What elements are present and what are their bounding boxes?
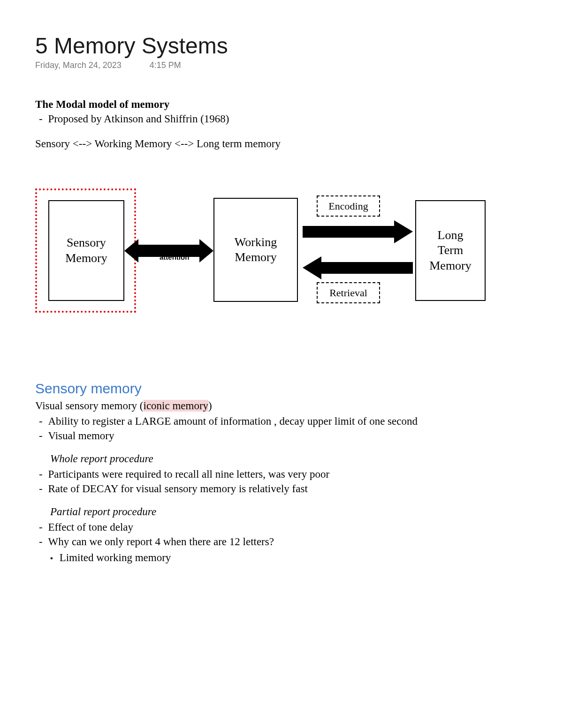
modal-heading: The Modal model of memory <box>35 98 528 111</box>
partial-report-bullets: Effect of tone delay Why can we only rep… <box>50 520 528 549</box>
sensory-bullets: Ability to register a LARGE amount of in… <box>50 414 528 443</box>
sensory-memory-heading: Sensory memory <box>35 381 528 397</box>
encoding-box: Encoding <box>317 195 380 217</box>
sensory-bullet-1: Ability to register a LARGE amount of in… <box>50 414 528 428</box>
date-text: Friday, March 24, 2023 <box>35 60 122 70</box>
partial-report-sub-bullet-1: Limited working memory <box>63 550 528 565</box>
retrieval-label: Retrieval <box>329 287 367 299</box>
sensory-memory-box: Sensory Memory <box>48 200 124 301</box>
time-text: 4:15 PM <box>150 60 181 70</box>
sensory-bullet-2: Visual memory <box>50 428 528 443</box>
partial-report-heading: Partial report procedure <box>50 504 528 519</box>
attention-label: attention <box>160 253 189 261</box>
whole-report-bullets: Participants were required to recall all… <box>50 467 528 496</box>
long-term-memory-box: Long Term Memory <box>415 200 486 301</box>
sensory-memory-label: Sensory Memory <box>65 235 107 266</box>
working-memory-label: Working Memory <box>235 235 277 265</box>
modal-proposed-item: Proposed by Atkinson and Shiffrin (1968) <box>50 112 528 126</box>
whole-report-heading: Whole report procedure <box>50 451 528 466</box>
partial-report-sub-bullets: Limited working memory <box>63 550 528 565</box>
partial-report-bullet-2: Why can we only report 4 when there are … <box>50 534 528 549</box>
whole-report-bullet-1: Participants were required to recall all… <box>50 467 528 481</box>
double-arrow-icon <box>124 234 213 267</box>
retrieval-box: Retrieval <box>317 282 380 303</box>
encoding-label: Encoding <box>328 200 368 212</box>
page-meta: Friday, March 24, 2023 4:15 PM <box>35 60 528 70</box>
page-title: 5 Memory Systems <box>35 33 528 59</box>
flow-line-text: Sensory <--> Working Memory <--> Long te… <box>35 136 528 151</box>
svg-marker-2 <box>303 256 413 279</box>
partial-report-bullet-1: Effect of tone delay <box>50 520 528 534</box>
whole-report-bullet-2: Rate of DECAY for visual sensory memory … <box>50 481 528 496</box>
svg-marker-1 <box>303 220 413 243</box>
memory-diagram: Sensory Memory Working Memory Long Term … <box>35 184 504 338</box>
document-page: 5 Memory Systems Friday, March 24, 2023 … <box>0 0 563 581</box>
visual-sensory-prefix: Visual sensory memory ( <box>35 400 144 412</box>
modal-proposed-list: Proposed by Atkinson and Shiffrin (1968) <box>50 112 528 126</box>
encoding-arrow-icon <box>303 219 413 245</box>
working-memory-box: Working Memory <box>213 198 298 302</box>
retrieval-arrow-icon <box>303 255 413 281</box>
visual-sensory-suffix: ) <box>208 400 212 412</box>
iconic-memory-highlight: iconic memory <box>144 400 209 412</box>
long-term-memory-label: Long Term Memory <box>429 228 472 274</box>
visual-sensory-line: Visual sensory memory (iconic memory) <box>35 398 528 413</box>
